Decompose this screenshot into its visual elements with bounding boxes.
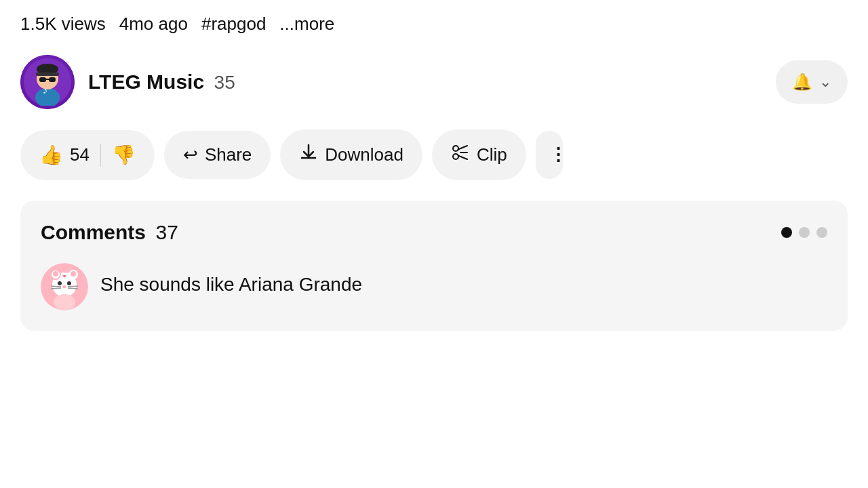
like-count: 54	[70, 144, 90, 165]
comments-count: 37	[155, 221, 178, 243]
views-text: 1.5K views	[20, 14, 106, 35]
dot-3	[816, 227, 827, 238]
svg-point-19	[71, 271, 76, 277]
svg-point-10	[453, 154, 458, 159]
hashtag-text: #rapgod	[201, 14, 266, 35]
comment-item: She sounds like Ariana Grande	[41, 263, 827, 310]
more-icon: ⋮	[549, 144, 563, 165]
dot-1	[781, 227, 792, 238]
share-button[interactable]: ↩ Share	[164, 131, 271, 179]
subscriber-count: 35	[214, 72, 235, 93]
svg-text:♪: ♪	[43, 85, 47, 96]
commenter-avatar	[41, 263, 88, 310]
download-icon	[299, 143, 318, 167]
channel-left: ♪ LTEG Music 35	[20, 55, 235, 109]
svg-point-18	[53, 271, 58, 277]
bell-icon: 🔔	[792, 73, 812, 92]
clip-label: Clip	[477, 144, 507, 165]
actions-row: 👍 54 👎 ↩ Share Download	[20, 129, 848, 180]
share-icon: ↩	[183, 144, 198, 165]
like-divider	[100, 144, 101, 167]
svg-rect-6	[49, 77, 56, 82]
bell-button[interactable]: 🔔 ⌄	[776, 60, 848, 104]
svg-line-23	[51, 286, 61, 287]
channel-row: ♪ LTEG Music 35 🔔 ⌄	[20, 55, 848, 109]
svg-point-22	[62, 285, 66, 288]
dot-2	[799, 227, 810, 238]
share-label: Share	[205, 144, 252, 165]
time-ago-text: 4mo ago	[119, 14, 188, 35]
comments-section: Comments 37	[20, 201, 848, 331]
thumbs-down-icon: 👎	[112, 144, 136, 166]
comments-title: Comments	[41, 221, 146, 243]
meta-row: 1.5K views 4mo ago #rapgod ...more	[20, 14, 848, 35]
channel-name[interactable]: LTEG Music	[88, 70, 204, 93]
scissors-icon	[451, 143, 470, 167]
svg-line-11	[458, 146, 467, 150]
like-dislike-button[interactable]: 👍 54 👎	[20, 130, 155, 180]
svg-line-24	[51, 288, 61, 289]
download-button[interactable]: Download	[280, 129, 422, 180]
comment-text: She sounds like Ariana Grande	[100, 263, 362, 298]
svg-point-9	[453, 146, 458, 151]
svg-line-25	[68, 286, 78, 287]
download-label: Download	[325, 144, 403, 165]
svg-rect-4	[36, 73, 59, 76]
chevron-down-icon: ⌄	[819, 73, 831, 91]
comments-dots	[781, 227, 827, 238]
svg-line-26	[68, 288, 78, 289]
page-wrapper: 1.5K views 4mo ago #rapgod ...more	[0, 0, 868, 488]
channel-info: LTEG Music 35	[88, 70, 235, 94]
thumbs-up-icon: 👍	[39, 144, 63, 166]
more-button[interactable]: ...more	[279, 14, 334, 35]
svg-point-21	[67, 281, 71, 285]
svg-line-12	[458, 156, 467, 160]
comments-header: Comments 37	[41, 221, 827, 244]
comments-title-area: Comments 37	[41, 221, 178, 244]
svg-rect-5	[39, 77, 46, 82]
svg-point-20	[58, 281, 62, 285]
more-actions-button[interactable]: ⋮	[536, 131, 563, 179]
clip-button[interactable]: Clip	[432, 129, 526, 180]
avatar[interactable]: ♪	[20, 55, 75, 109]
svg-point-29	[54, 294, 75, 310]
